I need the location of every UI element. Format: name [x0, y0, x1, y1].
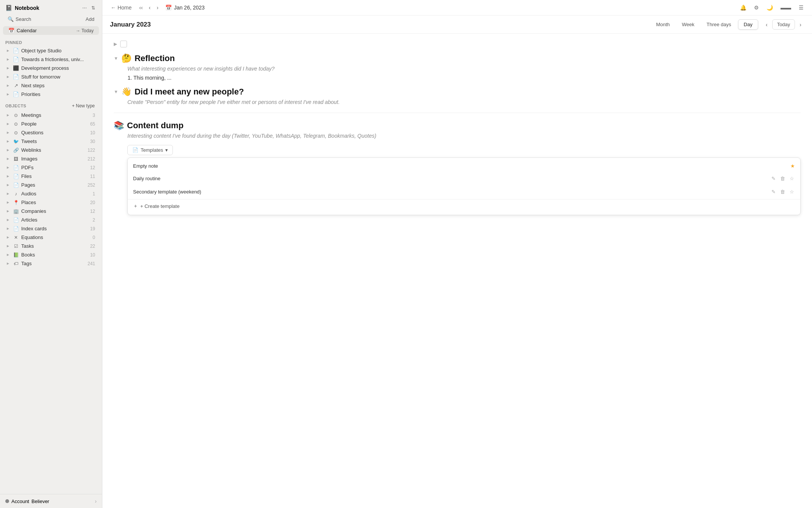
create-template-button[interactable]: ＋ + Create template [128, 199, 800, 212]
topbar-back-btn[interactable]: ‹‹ [137, 3, 145, 12]
template-item-empty-note[interactable]: Empty note ★ [128, 160, 800, 172]
layout-icon[interactable]: ▬▬ [778, 3, 793, 12]
object-item-tags[interactable]: ▶ 🏷 Tags 241 [2, 259, 100, 268]
settings-icon[interactable]: ⚙ [752, 3, 761, 12]
tab-day[interactable]: Day [738, 19, 758, 30]
tab-week[interactable]: Week [677, 19, 700, 30]
object-item-articles[interactable]: ▶ 📄 Articles 2 [2, 215, 100, 224]
tab-three-days[interactable]: Three days [701, 19, 737, 30]
object-item-tweets[interactable]: ▶ 🐦 Tweets 30 [2, 137, 100, 146]
object-item-images[interactable]: ▶ 🖼 Images 212 [2, 154, 100, 163]
topbar-prev-btn[interactable]: ‹ [147, 3, 153, 12]
content-dump-header: 📚 Content dump [114, 121, 801, 131]
moon-icon[interactable]: 🌙 [764, 3, 775, 12]
arrow-icon: ▶ [7, 75, 11, 79]
object-item-weblinks[interactable]: ▶ 🔗 Weblinks 122 [2, 146, 100, 154]
template-item-daily-routine[interactable]: Daily routine ✎ 🗑 ☆ [128, 172, 800, 185]
object-count: 30 [90, 139, 95, 144]
calendar-sidebar-item[interactable]: 📅 Calendar → Today [3, 26, 99, 35]
tweets-icon: 🐦 [13, 139, 19, 144]
object-item-index-cards[interactable]: ▶ 📄 Index cards 19 [2, 224, 100, 233]
object-item-questions[interactable]: ▶ ⊙ Questions 10 [2, 128, 100, 137]
tab-month[interactable]: Month [651, 19, 675, 30]
topbar-right: 🔔 ⚙ 🌙 ▬▬ ☰ [738, 3, 806, 12]
object-item-tasks[interactable]: ▶ ☑ Tasks 22 [2, 242, 100, 250]
pinned-item-development[interactable]: ▶ ⬛ Development process [2, 64, 100, 72]
pinned-item-next-steps[interactable]: ▶ ↗ Next steps [2, 81, 100, 90]
calendar-small-icon: 📅 [165, 5, 172, 11]
calendar-prev-btn[interactable]: ‹ [763, 20, 771, 29]
object-item-audios[interactable]: ▶ ♪ Audios 1 [2, 189, 100, 198]
day-checkbox[interactable] [120, 41, 127, 47]
topbar-nav: ← Home [108, 3, 134, 12]
reflection-toggle[interactable]: ▼ [114, 56, 118, 61]
sidebar-layout-btn[interactable]: ⋯ [81, 5, 88, 11]
sidebar-expand-btn[interactable]: ⇅ [90, 5, 97, 11]
search-label: Search [16, 16, 31, 22]
topbar-next-btn[interactable]: › [154, 3, 161, 12]
play-button[interactable]: ▶ [114, 41, 117, 47]
calendar-next-btn[interactable]: › [796, 20, 804, 29]
arrow-icon: ▶ [7, 131, 11, 134]
edit-icon[interactable]: ✎ [771, 188, 776, 195]
calendar-today-btn[interactable]: Today [772, 19, 795, 30]
pinned-item-towards[interactable]: ▶ 📄 Towards a frictionless, univ... [2, 55, 100, 64]
delete-icon[interactable]: 🗑 [779, 175, 786, 182]
today-button[interactable]: → Today [76, 28, 94, 33]
pinned-item-label: Development process [21, 65, 95, 71]
account-expand-icon[interactable]: › [95, 498, 97, 504]
object-item-books[interactable]: ▶ 📗 Books 10 [2, 250, 100, 259]
pinned-item-priorities[interactable]: ▶ 📄 Priorities [2, 90, 100, 99]
audios-icon: ♪ [13, 191, 19, 197]
object-item-meetings[interactable]: ▶ ⊙ Meetings 3 [2, 111, 100, 120]
home-back-button[interactable]: ← Home [108, 3, 134, 12]
arrow-icon: ▶ [7, 157, 11, 160]
add-button[interactable]: Add [83, 15, 97, 23]
search-button[interactable]: 🔍 Search [5, 15, 33, 23]
star-icon[interactable]: ☆ [789, 188, 795, 195]
arrow-icon: ▶ [7, 253, 11, 256]
object-item-pdfs[interactable]: ▶ 📄 PDFs 12 [2, 163, 100, 172]
account-info: Account Believer [5, 499, 49, 504]
templates-button[interactable]: 📄 Templates ▾ [127, 145, 173, 155]
plus-icon: ＋ [133, 203, 138, 209]
star-icon[interactable]: ☆ [789, 175, 795, 182]
object-item-equations[interactable]: ▶ ✕ Equations 0 [2, 233, 100, 242]
object-label: Files [21, 173, 88, 179]
menu-icon[interactable]: ☰ [796, 3, 806, 12]
pinned-item-object-type-studio[interactable]: ▶ 📄 Object type Studio [2, 46, 100, 55]
people-toggle[interactable]: ▼ [114, 89, 118, 94]
object-count: 20 [90, 200, 95, 205]
new-type-button[interactable]: + New type [70, 102, 97, 109]
object-item-people[interactable]: ▶ ⊙ People 65 [2, 120, 100, 128]
object-item-pages[interactable]: ▶ 📄 Pages 252 [2, 181, 100, 189]
objects-section-header: OBJECTS + New type [0, 99, 102, 111]
pinned-section-label: PINNED [0, 36, 102, 46]
pinned-item-label: Priorities [21, 91, 95, 97]
arrow-icon: ▶ [7, 175, 11, 178]
object-item-places[interactable]: ▶ 📍 Places 20 [2, 198, 100, 207]
calendar-month-title: January 2023 [110, 21, 646, 28]
arrow-icon: ▶ [7, 93, 11, 96]
object-item-files[interactable]: ▶ 📄 Files 11 [2, 172, 100, 181]
star-filled-icon[interactable]: ★ [790, 163, 795, 169]
companies-icon: 🏢 [13, 209, 19, 214]
edit-icon[interactable]: ✎ [771, 175, 776, 182]
object-item-companies[interactable]: ▶ 🏢 Companies 12 [2, 207, 100, 215]
template-label: Daily routine [133, 176, 771, 181]
delete-icon[interactable]: 🗑 [779, 188, 786, 195]
object-count: 65 [90, 121, 95, 127]
object-label: People [21, 121, 88, 127]
template-item-secondary[interactable]: Secondary template (weekend) ✎ 🗑 ☆ [128, 185, 800, 198]
topbar-date[interactable]: 📅 Jan 26, 2023 [162, 3, 208, 12]
object-label: Tweets [21, 138, 88, 144]
object-count: 122 [88, 148, 95, 153]
people-emoji: 👋 [121, 87, 132, 97]
object-count: 10 [90, 130, 95, 135]
pinned-item-stuff-tomorrow[interactable]: ▶ 📄 Stuff for tomorrow [2, 72, 100, 81]
object-label: Weblinks [21, 147, 85, 153]
tags-icon: 🏷 [13, 261, 19, 266]
template-label: Empty note [133, 163, 790, 169]
notification-bell-icon[interactable]: 🔔 [738, 3, 749, 12]
page-icon: 📄 [13, 74, 19, 80]
